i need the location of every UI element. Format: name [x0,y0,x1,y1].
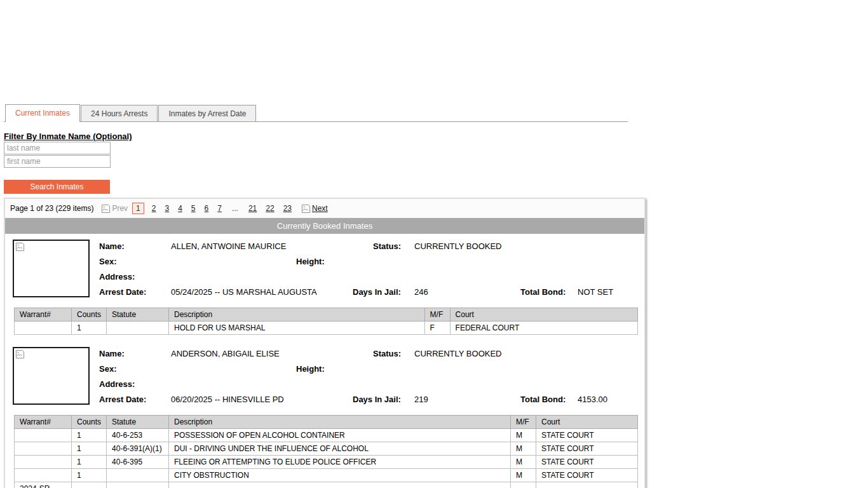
tab-strip: Current Inmates24 Hours ArrestsInmates b… [4,104,628,122]
inmate-info: Name:ANDERSON, ABIGAIL ELISEStatus:CURRE… [99,345,607,407]
prev-page-button[interactable]: Prev [101,204,128,214]
status-label: Status: [373,346,414,362]
charge-description: BENCH WARRANT [169,482,511,488]
court-column-header: Court [536,416,637,429]
page-number-link-2[interactable]: 2 [152,204,156,213]
charge-counts: 1 [72,469,107,482]
page-number-link-23[interactable]: 23 [283,204,292,213]
inmate-total-bond: NOT SET [578,285,613,300]
search-inmates-button[interactable]: Search Inmates [4,180,110,194]
inmate-summary: Name:ALLEN, ANTWOINE MAURICEStatus:CURRE… [9,238,641,300]
charge-row: 1 40-6-395 FLEEING OR ATTEMPTING TO ELUD… [15,456,638,469]
info-row: Address: [99,377,607,392]
mf-column-header: M/F [424,308,450,322]
inmate-days-in-jail: 219 [414,392,520,407]
status-label: Status: [373,239,414,254]
mf-column-header: M/F [510,416,536,429]
tab-inmates-by-arrest-date[interactable]: Inmates by Arrest Date [158,105,256,121]
page-ellipsis: ... [232,204,238,213]
charge-mf: M [510,469,536,482]
charge-mf: M [510,429,536,442]
pagination-bar: Page 1 of 23 (229 items) Prev 1234567...… [5,199,644,218]
page-number-link-22[interactable]: 22 [266,204,274,213]
inmate-record: Name:ANDERSON, ABIGAIL ELISEStatus:CURRE… [5,341,644,488]
inmate-record: Name:ALLEN, ANTWOINE MAURICEStatus:CURRE… [5,234,644,341]
charge-counts: 1 [72,482,107,488]
page-number-link-6[interactable]: 6 [205,204,209,213]
info-row: Sex:Height: [99,362,607,377]
charge-statute [107,322,169,335]
charge-row: 1 HOLD FOR US MARSHAL F FEDERAL COURT [15,322,638,335]
charge-warrant [15,322,72,335]
charge-warrant [15,442,72,456]
broken-image-icon [301,204,311,214]
inmate-status: CURRENTLY BOOKED [414,346,502,362]
info-row: Name:ANDERSON, ABIGAIL ELISEStatus:CURRE… [99,346,607,362]
counts-column-header: Counts [72,416,107,429]
tab-24-hours-arrests[interactable]: 24 Hours Arrests [81,105,158,121]
sex-label: Sex: [99,362,171,377]
charges-table: Warrant# Counts Statute Description M/F … [14,308,638,335]
inmate-photo-placeholder [13,347,90,405]
charge-description: POSSESSION OF OPEN ALCOHOL CONTAINER [169,429,511,442]
page-number-link-7[interactable]: 7 [217,204,222,213]
page-links: 1234567...212223 [129,203,296,214]
charge-court: STATE COURT [536,456,637,469]
inmates-panel: Page 1 of 23 (229 items) Prev 1234567...… [4,198,646,488]
warrant-column-header: Warrant# [15,416,72,429]
last-name-input[interactable] [4,142,111,154]
page-number-link-3[interactable]: 3 [165,204,169,213]
charge-mf: M [510,456,536,469]
info-row: Arrest Date:06/20/2025 -- HINESVILLE PDD… [99,392,607,407]
broken-image-icon [15,242,25,252]
info-row: Sex:Height: [99,254,613,269]
page: Current Inmates24 Hours ArrestsInmates b… [0,0,868,488]
inmate-status: CURRENTLY BOOKED [414,239,502,254]
charges-header-row: Warrant# Counts Statute Description M/F … [15,416,638,429]
inmate-info: Name:ALLEN, ANTWOINE MAURICEStatus:CURRE… [99,238,613,300]
prev-label: Prev [112,204,128,213]
charge-warrant: 2024-SR-2395 [15,482,72,488]
days-in-jail-label: Days In Jail: [353,392,414,407]
address-label: Address: [99,377,171,392]
total-bond-label: Total Bond: [520,392,578,407]
inmate-arrest-date: 05/24/2025 -- US MARSHAL AUGUSTA [171,285,353,300]
pager-summary: Page 1 of 23 (229 items) [10,204,93,213]
charge-description: HOLD FOR US MARSHAL [169,322,425,335]
charge-warrant [15,456,72,469]
page-number-current[interactable]: 1 [132,203,144,214]
charge-row: 1 40-6-253 POSSESSION OF OPEN ALCOHOL CO… [15,429,638,442]
arrest-date-label: Arrest Date: [99,285,171,300]
charges-header-row: Warrant# Counts Statute Description M/F … [15,308,638,322]
charge-statute [107,482,169,488]
inmate-name: ALLEN, ANTWOINE MAURICE [171,239,373,254]
height-label: Height: [296,254,334,269]
page-number-link-5[interactable]: 5 [191,204,196,213]
name-label: Name: [99,346,171,362]
warrant-column-header: Warrant# [15,308,72,322]
broken-image-icon [15,349,25,359]
tab-current-inmates[interactable]: Current Inmates [5,104,80,122]
first-name-input[interactable] [4,155,111,168]
next-label: Next [312,204,328,213]
counts-column-header: Counts [72,308,107,322]
inmate-days-in-jail: 246 [414,285,520,300]
page-number-link-21[interactable]: 21 [248,204,257,213]
charge-court: STATE COURT [536,442,637,456]
inmate-total-bond: 4153.00 [578,392,607,407]
info-row: Name:ALLEN, ANTWOINE MAURICEStatus:CURRE… [99,239,613,254]
inmate-summary: Name:ANDERSON, ABIGAIL ELISEStatus:CURRE… [9,345,641,407]
next-page-button[interactable]: Next [301,204,328,214]
charge-counts: 1 [72,442,107,456]
charges-table: Warrant# Counts Statute Description M/F … [14,415,638,488]
page-number-link-4[interactable]: 4 [178,204,182,213]
charge-description: CITY OBSTRUCTION [169,469,511,482]
charge-court: STATE COURT [536,469,637,482]
inmate-arrest-date: 06/20/2025 -- HINESVILLE PD [171,392,353,407]
description-column-header: Description [169,416,511,429]
statute-column-header: Statute [107,308,169,322]
charge-counts: 1 [72,456,107,469]
info-row: Address: [99,269,613,285]
charge-court: FEDERAL COURT [450,322,637,335]
charge-court: STATE COURT [536,429,637,442]
